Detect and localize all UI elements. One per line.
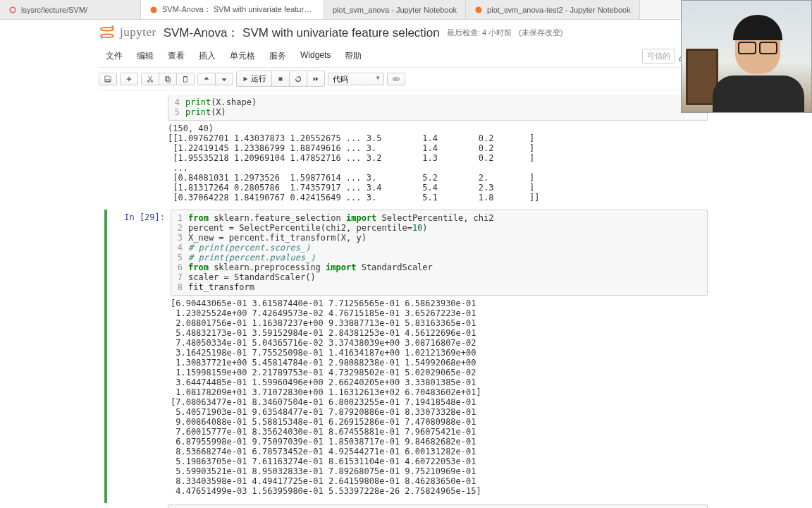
input-prompt: In [29]: [107,210,171,296]
output-prompt [107,296,171,502]
tab-label: SVM-Anova： SVM with univariate feature s… [162,4,315,15]
autosave-status: (未保存改变) [519,28,562,38]
svg-point-10 [147,80,149,83]
svg-point-1 [151,6,157,13]
paste-button[interactable] [177,73,194,85]
save-button[interactable] [99,73,116,85]
menu-item[interactable]: 文件 [99,47,130,66]
notebook-container: 4 5 print(X.shape) print(X) (150, 40) [[… [99,90,713,508]
run-button[interactable]: 运行 [237,71,272,86]
menu-item[interactable]: 查看 [161,47,192,66]
tab-label: plot_svm_anova-test2 - Jupyter Notebook [487,6,631,14]
browser-tab[interactable]: plot_svm_anova-test2 - Jupyter Notebook [466,0,640,19]
tab-label: lsysrc/lecture/SVM/ [21,6,132,14]
jupyter-tab-icon [474,6,483,14]
browser-tab[interactable]: plot_svm_anova - Jupyter Notebook [324,0,466,19]
circle-tab-icon [8,6,17,14]
add-cell-button[interactable] [121,73,137,85]
move-down-button[interactable] [216,73,233,85]
code-cell[interactable]: 4 5 print(X.shape) print(X) (150, 40) [[… [104,95,708,208]
svg-rect-16 [279,77,283,80]
toolbar: 运行 代码 [99,68,713,90]
cut-button[interactable] [142,73,159,85]
cell-type-select[interactable]: 代码 [328,73,384,85]
notebook-title[interactable]: SVM-Anova： SVM with univariate feature s… [164,25,440,41]
interrupt-button[interactable] [272,71,290,86]
jupyter-tab-icon [149,6,158,14]
checkpoint-status: 最后检查: 4 小时前 [447,28,512,38]
svg-point-6 [101,37,102,39]
menu-item[interactable]: 服务 [262,47,293,66]
restart-button[interactable] [290,71,307,86]
menu-item[interactable]: Widgets [293,47,338,66]
svg-point-4 [101,34,113,37]
move-up-button[interactable] [198,73,216,85]
menu-list: 文件编辑查看插入单元格服务Widgets帮助 [99,45,369,67]
webcam-overlay [681,0,812,113]
restart-run-all-button[interactable] [307,71,324,86]
input-prompt [104,95,168,121]
jupyter-icon [99,24,116,41]
tab-label: plot_svm_anova - Jupyter Notebook [333,6,457,14]
input-prompt: In [ ]: [104,504,168,508]
menu-item[interactable]: 单元格 [223,47,262,66]
code-editor[interactable]: 1 2 3 4 5 6 7 8 from sklearn.feature_sel… [171,210,708,296]
copy-button[interactable] [159,73,177,85]
code-cell[interactable]: In [29]:1 2 3 4 5 6 7 8 from sklearn.fea… [104,210,708,503]
svg-point-2 [476,6,482,13]
svg-rect-12 [166,76,169,80]
output-prompt [104,121,168,208]
svg-rect-9 [106,79,110,81]
browser-tab[interactable]: lsysrc/lecture/SVM/ [0,0,141,19]
svg-rect-19 [396,78,398,79]
svg-point-3 [101,28,113,31]
jupyter-logo-text: jupyter [120,25,156,40]
svg-point-11 [151,80,153,83]
svg-rect-14 [184,76,187,82]
notebook-header: jupyter SVM-Anova： SVM with univariate f… [99,20,713,45]
menu-bar: 文件编辑查看插入单元格服务Widgets帮助 可信的 Pyth [99,45,713,68]
jupyter-logo[interactable]: jupyter [99,24,156,41]
cell-output: (150, 40) [[1.09762701 1.43037873 1.2055… [168,121,708,208]
code-cell[interactable]: In [ ]:1 [104,504,708,508]
svg-rect-18 [394,78,395,79]
menu-item[interactable]: 插入 [192,47,223,66]
svg-point-5 [111,25,113,28]
svg-rect-15 [184,75,186,77]
cell-output: [6.90443065e-01 3.61587440e-01 7.7125656… [171,296,708,502]
code-editor[interactable]: 1 [168,504,708,508]
trusted-indicator[interactable]: 可信的 [642,49,675,64]
browser-tab[interactable]: SVM-Anova： SVM with univariate feature s… [141,0,324,19]
svg-rect-13 [166,78,170,82]
menu-item[interactable]: 帮助 [338,47,369,66]
svg-point-0 [10,7,16,13]
command-palette-button[interactable] [388,73,405,85]
menu-item[interactable]: 编辑 [130,47,161,66]
code-editor[interactable]: 4 5 print(X.shape) print(X) [168,95,708,121]
